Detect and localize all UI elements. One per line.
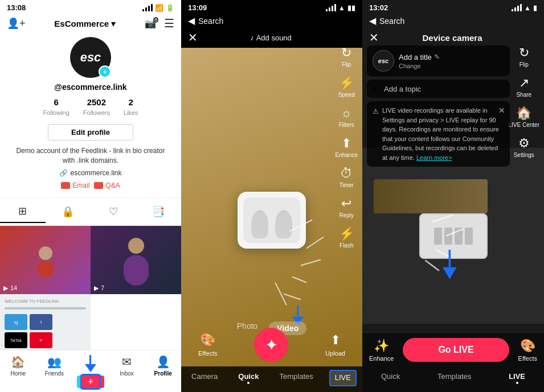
search-label-2: Search bbox=[198, 16, 223, 26]
search-label-3: Search bbox=[379, 16, 404, 26]
enhance-tool[interactable]: ⬆ Enhance bbox=[336, 136, 358, 158]
timer-tool[interactable]: ⏱ Timer bbox=[336, 166, 358, 188]
flip-live-tool[interactable]: ↻ Flip bbox=[509, 46, 539, 68]
tab-private[interactable]: 🔒 bbox=[46, 200, 91, 223]
menu-icon[interactable]: ☰ bbox=[164, 16, 174, 30]
filters-icon: ☼ bbox=[341, 106, 352, 121]
tab-quick-live[interactable]: Quick bbox=[377, 370, 404, 386]
profile-header-left: 👤+ bbox=[7, 17, 26, 30]
flash-icon: ⚡ bbox=[339, 226, 354, 241]
link-url[interactable]: escommerce.link bbox=[70, 169, 121, 177]
live-topic-row[interactable]: 🏷 Add a topic bbox=[367, 80, 510, 98]
learn-more-link[interactable]: Learn more> bbox=[416, 154, 452, 161]
home-icon: 🏠 bbox=[11, 355, 25, 369]
search-area-2: ◀ Search bbox=[181, 14, 362, 28]
edit-profile-button[interactable]: Edit profile bbox=[48, 124, 133, 141]
email-badge[interactable]: Email bbox=[61, 181, 89, 189]
friends-label: Friends bbox=[45, 370, 64, 377]
qa-badge[interactable]: Q&A bbox=[94, 181, 120, 189]
live-dot bbox=[516, 382, 518, 384]
link-row: 🔗 escommerce.link bbox=[59, 169, 121, 177]
add-sound-button[interactable]: ♪ Add sound bbox=[250, 34, 292, 42]
status-bar-2: 13:09 ▲ ▮▮ bbox=[181, 0, 362, 14]
upload-icon: ⬆ bbox=[330, 333, 341, 348]
status-icons-1: 📶 🔋 bbox=[142, 4, 174, 12]
flip-live-icon: ↻ bbox=[519, 46, 529, 60]
info-icon: ⚠ bbox=[373, 106, 379, 162]
ac-grille bbox=[434, 228, 473, 245]
tab-saved[interactable]: 📑 bbox=[136, 200, 182, 223]
back-arrow-icon-3[interactable]: ◀ bbox=[369, 15, 376, 26]
upload-button[interactable]: ⬆ Upload bbox=[325, 333, 345, 357]
tab-templates-live[interactable]: Templates bbox=[433, 370, 476, 386]
link-icon: 🔗 bbox=[59, 169, 68, 177]
change-button[interactable]: Change bbox=[399, 63, 504, 69]
airpod-right bbox=[275, 210, 292, 238]
share-live-icon: ↗ bbox=[519, 76, 529, 90]
add-person-icon[interactable]: 👤+ bbox=[7, 17, 26, 30]
live-info-box: ⚠ LIVE video recordings are available in… bbox=[367, 101, 510, 167]
svg-rect-3 bbox=[124, 255, 149, 286]
effects-action[interactable]: 🎨 Effects bbox=[518, 339, 537, 362]
live-header: ✕ Device camera bbox=[362, 28, 544, 48]
back-arrow-icon-2[interactable]: ◀ bbox=[188, 15, 195, 26]
add-avatar-button[interactable]: + bbox=[99, 65, 111, 78]
live-center-tool[interactable]: 🏠 LIVE Center bbox=[509, 106, 539, 128]
wifi-icon-3: ▲ bbox=[524, 4, 531, 12]
play-icon-1: ▶ bbox=[3, 284, 8, 292]
create-button[interactable]: + bbox=[80, 374, 101, 390]
tab-quick[interactable]: Quick bbox=[234, 370, 263, 386]
nav-friends[interactable]: 👥 Friends bbox=[36, 355, 73, 390]
live-nav-tabs: Quick Templates LIVE bbox=[362, 366, 544, 392]
info-close-icon[interactable]: ✕ bbox=[498, 105, 505, 117]
settings-live-tool[interactable]: ⚙ Settings bbox=[509, 136, 539, 158]
status-bar-3: 13:02 ▲ ▮ bbox=[362, 0, 544, 14]
panel-camera: 13:09 ▲ ▮▮ ◀ Search ✕ ♪ Add sound ↻ bbox=[181, 0, 362, 392]
nav-create[interactable]: + bbox=[72, 355, 109, 390]
grid-item-2[interactable]: ▶ 7 bbox=[91, 226, 181, 294]
nav-home[interactable]: 🏠 Home bbox=[0, 355, 36, 390]
wifi-icon-1: 📶 bbox=[155, 4, 163, 12]
flash-tool[interactable]: ⚡ Flash bbox=[336, 226, 358, 249]
status-icons-2: ▲ ▮▮ bbox=[326, 4, 355, 12]
camera-header-left: ✕ bbox=[188, 31, 198, 44]
share-live-tool[interactable]: ↗ Share bbox=[509, 76, 539, 98]
camera-tools: ↻ Flip ⚡ Speed ☼ Filters ⬆ Enhance ⏱ Tim… bbox=[336, 46, 358, 249]
reply-tool[interactable]: ↩ Reply bbox=[336, 196, 358, 218]
tab-live-3[interactable]: LIVE bbox=[504, 370, 530, 386]
edit-pencil-icon: ✎ bbox=[434, 53, 440, 61]
time-3: 13:02 bbox=[369, 3, 388, 12]
tab-camera[interactable]: Camera bbox=[187, 370, 222, 386]
svg-marker-17 bbox=[443, 267, 457, 279]
camera-icon[interactable]: 📷8 bbox=[145, 18, 156, 29]
close-button-3[interactable]: ✕ bbox=[369, 31, 379, 44]
go-live-button[interactable]: Go LIVE bbox=[403, 338, 509, 362]
speed-tool[interactable]: ⚡ Speed bbox=[336, 76, 358, 98]
nav-inbox[interactable]: ✉ Inbox bbox=[109, 355, 145, 390]
add-title-field[interactable]: Add a title ✎ bbox=[399, 53, 504, 61]
friends-icon: 👥 bbox=[47, 355, 62, 369]
nav-profile[interactable]: 👤 Profile bbox=[145, 355, 181, 390]
enhance-action[interactable]: ✨ Enhance bbox=[369, 339, 394, 362]
bio-text: Demo account of the Feedlink - link in b… bbox=[5, 146, 177, 166]
camera-nav-tabs: Camera Quick Templates LIVE bbox=[181, 366, 362, 392]
username-area[interactable]: EsCommerce ▾ bbox=[54, 18, 116, 29]
effects-button[interactable]: 🎨 Effects bbox=[198, 333, 217, 357]
effects-icon: 🎨 bbox=[200, 333, 215, 348]
close-button-2[interactable]: ✕ bbox=[188, 31, 198, 44]
tab-videos[interactable]: ⊞ bbox=[0, 200, 46, 223]
live-avatar: esc bbox=[373, 50, 394, 72]
avatar-wrap: esc + bbox=[70, 37, 111, 78]
tab-live-2[interactable]: LIVE bbox=[329, 370, 357, 386]
capture-row: 🎨 Effects ✦ ⬆ Upload bbox=[181, 328, 362, 362]
tab-templates[interactable]: Templates bbox=[275, 370, 317, 386]
create-arrow-indicator bbox=[85, 355, 96, 372]
grid-item-3[interactable]: WELCOME TO FEEDLINK Ig f TikTok P ▶ 366 bbox=[0, 294, 91, 350]
tab-liked[interactable]: ♡ bbox=[91, 200, 136, 223]
filters-tool[interactable]: ☼ Filters bbox=[336, 106, 358, 128]
grid-item-1[interactable]: ▶ 14 bbox=[0, 226, 91, 294]
enhance-icon: ⬆ bbox=[341, 136, 351, 151]
battery-icon-1: 🔋 bbox=[166, 4, 174, 12]
flip-tool[interactable]: ↻ Flip bbox=[336, 46, 358, 68]
capture-button[interactable]: ✦ bbox=[254, 328, 288, 362]
